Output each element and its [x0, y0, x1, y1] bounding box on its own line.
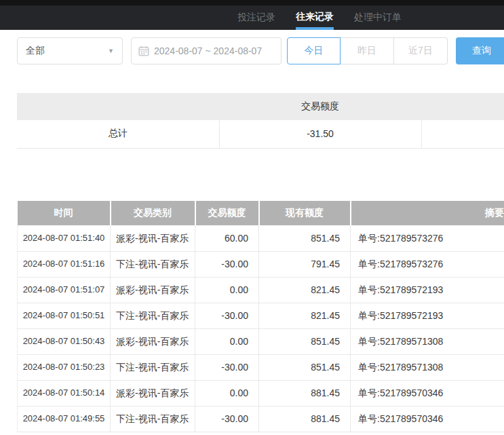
window-top-strip	[0, 0, 504, 5]
date-range-input[interactable]: 2024-08-07 ~ 2024-08-07	[131, 37, 282, 64]
records-body: 2024-08-07 01:51:40派彩-视讯-百家乐60.00851.45单…	[18, 225, 504, 432]
table-cell: 下注-视讯-百家乐	[111, 354, 195, 380]
summary-total-amount: -31.50	[219, 120, 421, 148]
table-cell: 821.45	[259, 277, 351, 303]
table-cell: 851.45	[259, 328, 351, 354]
table-cell: 单号:521789573276	[351, 225, 504, 251]
summary-total-extra	[421, 120, 504, 148]
top-navbar: 投注记录 往来记录 处理中订单	[0, 5, 504, 30]
summary-header-row: 交易额度	[17, 93, 504, 120]
records-column-header: 交易额度	[195, 201, 259, 225]
table-cell: 851.45	[259, 225, 351, 251]
table-row: 2024-08-07 01:51:07派彩-视讯-百家乐0.00821.45单号…	[18, 277, 504, 303]
table-cell: 2024-08-07 01:50:23	[18, 354, 111, 380]
table-cell: 派彩-视讯-百家乐	[111, 380, 195, 406]
date-range-value: 2024-08-07 ~ 2024-08-07	[154, 45, 262, 56]
today-button[interactable]: 今日	[287, 37, 341, 64]
page: 投注记录 往来记录 处理中订单 全部 ▼ 2024-08-07 ~ 2024-0…	[0, 0, 504, 435]
table-cell: 派彩-视讯-百家乐	[111, 328, 195, 354]
records-column-header: 摘要	[351, 201, 504, 225]
table-cell: 2024-08-07 01:51:07	[18, 277, 111, 303]
records-header-row: 时间交易类别交易额度现有额度摘要	[18, 201, 504, 225]
table-cell: 下注-视讯-百家乐	[111, 251, 195, 277]
summary-total-label: 总计	[17, 120, 219, 148]
calendar-icon	[138, 45, 149, 56]
summary-total-row: 总计 -31.50	[17, 120, 504, 148]
table-cell: 851.45	[259, 354, 351, 380]
table-row: 2024-08-07 01:50:51下注-视讯-百家乐-30.00821.45…	[18, 303, 504, 328]
table-cell: 单号:521789572193	[351, 277, 504, 303]
table-row: 2024-08-07 01:50:14派彩-视讯-百家乐0.00881.45单号…	[18, 380, 504, 406]
table-cell: 2024-08-07 01:51:40	[18, 225, 111, 251]
table-cell: 单号:521789571308	[351, 354, 504, 380]
records-column-header: 现有额度	[259, 201, 351, 225]
filter-bar: 全部 ▼ 2024-08-07 ~ 2024-08-07 今日 昨日 近7日 查…	[0, 37, 504, 64]
tab-transaction-records[interactable]: 往来记录	[296, 5, 334, 30]
table-cell: 单号:521789570346	[351, 380, 504, 406]
table-cell: 单号:521789573276	[351, 251, 504, 277]
table-cell: 881.45	[259, 406, 351, 432]
table-cell: 0.00	[195, 328, 259, 354]
table-cell: 2024-08-07 01:50:43	[18, 328, 111, 354]
table-cell: 0.00	[195, 277, 259, 303]
type-select[interactable]: 全部 ▼	[17, 37, 123, 64]
table-cell: 派彩-视讯-百家乐	[111, 277, 195, 303]
table-cell: 821.45	[259, 303, 351, 328]
table-cell: -30.00	[195, 251, 259, 277]
table-row: 2024-08-07 01:49:55下注-视讯-百家乐-30.00881.45…	[18, 406, 504, 432]
table-cell: 下注-视讯-百家乐	[111, 303, 195, 328]
type-select-value: 全部	[26, 45, 45, 57]
table-cell: 60.00	[195, 225, 259, 251]
table-cell: 2024-08-07 01:50:14	[18, 380, 111, 406]
table-cell: 2024-08-07 01:51:16	[18, 251, 111, 277]
summary-header-clipped	[421, 93, 504, 120]
table-cell: 单号:521789571308	[351, 328, 504, 354]
summary-header-amount: 交易额度	[219, 93, 421, 120]
search-button[interactable]: 查询	[456, 37, 504, 64]
tab-pending-orders[interactable]: 处理中订单	[354, 5, 402, 30]
quick-date-button-group: 今日 昨日 近7日	[287, 37, 448, 64]
tab-bar: 投注记录 往来记录 处理中订单	[237, 5, 402, 30]
table-cell: 单号:521789572193	[351, 303, 504, 328]
records-column-header: 交易类别	[111, 201, 195, 225]
table-row: 2024-08-07 01:51:16下注-视讯-百家乐-30.00791.45…	[18, 251, 504, 277]
yesterday-button[interactable]: 昨日	[341, 37, 394, 64]
table-cell: -30.00	[195, 406, 259, 432]
summary-header-empty	[17, 93, 219, 120]
tab-bet-records[interactable]: 投注记录	[237, 5, 275, 30]
table-cell: 单号:521789570346	[351, 406, 504, 432]
chevron-down-icon: ▼	[108, 48, 114, 54]
table-row: 2024-08-07 01:51:40派彩-视讯-百家乐60.00851.45单…	[18, 225, 504, 251]
table-row: 2024-08-07 01:50:23下注-视讯-百家乐-30.00851.45…	[18, 354, 504, 380]
table-cell: 派彩-视讯-百家乐	[111, 225, 195, 251]
table-cell: 下注-视讯-百家乐	[111, 406, 195, 432]
table-cell: -30.00	[195, 303, 259, 328]
table-cell: 791.45	[259, 251, 351, 277]
summary-table: 交易额度 总计 -31.50	[17, 93, 504, 149]
table-row: 2024-08-07 01:50:43派彩-视讯-百家乐0.00851.45单号…	[18, 328, 504, 354]
records-table: 时间交易类别交易额度现有额度摘要 2024-08-07 01:51:40派彩-视…	[17, 201, 504, 432]
table-cell: 2024-08-07 01:49:55	[18, 406, 111, 432]
table-cell: -30.00	[195, 354, 259, 380]
table-cell: 881.45	[259, 380, 351, 406]
last7days-button[interactable]: 近7日	[394, 37, 448, 64]
records-column-header: 时间	[18, 201, 111, 225]
table-cell: 2024-08-07 01:50:51	[18, 303, 111, 328]
table-cell: 0.00	[195, 380, 259, 406]
